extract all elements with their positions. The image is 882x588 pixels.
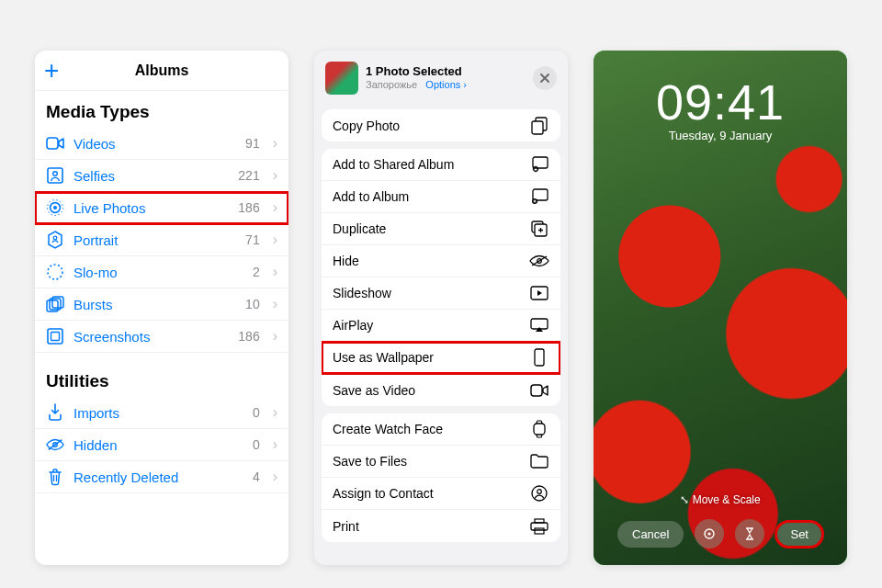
- action-label: Use as Wallpaper: [333, 350, 434, 365]
- action-label: Save as Video: [333, 383, 415, 398]
- copy-icon: [529, 117, 549, 135]
- action-duplicate[interactable]: Duplicate: [322, 213, 560, 245]
- action-assign-to-contact[interactable]: Assign to Contact: [322, 478, 560, 510]
- chevron-right-icon: ›: [273, 135, 277, 152]
- chevron-right-icon: ›: [273, 199, 277, 216]
- media-row-selfies[interactable]: Selfies221›: [35, 160, 288, 192]
- row-label: Screenshots: [74, 329, 229, 345]
- perspective-button[interactable]: [735, 519, 764, 548]
- imports-icon: [46, 403, 64, 422]
- chevron-right-icon: ›: [273, 436, 277, 453]
- share-sheet-header: 1 Photo Selected Запорожье Options ›: [322, 58, 560, 100]
- media-row-live-photos[interactable]: Live Photos186›: [35, 192, 288, 224]
- row-count: 186: [238, 200, 259, 215]
- row-label: Portrait: [74, 232, 236, 248]
- set-button[interactable]: Set: [775, 521, 823, 548]
- media-row-slo-mo[interactable]: Slo-mo2›: [35, 256, 288, 288]
- share-sheet-panel: 1 Photo Selected Запорожье Options › Cop…: [314, 51, 568, 565]
- action-label: Print: [333, 519, 359, 534]
- chevron-right-icon: ›: [273, 328, 277, 345]
- utilities-list: Imports0›Hidden0›Recently Deleted4›: [35, 397, 288, 493]
- action-label: Add to Shared Album: [333, 157, 454, 172]
- files-icon: [529, 454, 549, 469]
- slomo-icon: [46, 263, 64, 281]
- svg-rect-12: [51, 333, 60, 341]
- media-types-heading: Media Types: [35, 91, 288, 128]
- action-label: Add to Album: [333, 189, 409, 204]
- row-label: Recently Deleted: [74, 469, 243, 485]
- duplicate-icon: [529, 220, 549, 237]
- svg-point-32: [708, 532, 711, 535]
- action-add-to-shared-album[interactable]: Add to Shared Album: [322, 149, 560, 181]
- selfies-icon: [46, 167, 64, 184]
- slideshow-icon: [529, 286, 549, 300]
- utility-row-recently-deleted[interactable]: Recently Deleted4›: [35, 461, 288, 493]
- watchface-icon: [529, 420, 549, 438]
- action-label: Save to Files: [333, 454, 407, 469]
- lockscreen-date: Tuesday, 9 January: [594, 129, 847, 142]
- albums-title: Albums: [135, 62, 189, 79]
- row-count: 2: [253, 265, 260, 279]
- utility-row-hidden[interactable]: Hidden0›: [35, 429, 288, 461]
- cancel-button[interactable]: Cancel: [617, 521, 684, 548]
- wallpaper-preview-panel: 09:41 Tuesday, 9 January ⤡ Move & Scale …: [594, 51, 847, 565]
- svg-rect-11: [48, 329, 62, 344]
- row-label: Live Photos: [74, 200, 229, 216]
- action-print[interactable]: Print: [322, 510, 560, 542]
- row-count: 221: [238, 168, 259, 183]
- media-row-screenshots[interactable]: Screenshots186›: [35, 321, 288, 353]
- chevron-right-icon: ›: [273, 264, 277, 280]
- action-label: Duplicate: [333, 221, 386, 236]
- hourglass-icon: [743, 526, 756, 541]
- action-save-as-video[interactable]: Save as Video: [322, 374, 560, 406]
- add-album-button[interactable]: +: [44, 60, 59, 82]
- svg-rect-24: [531, 385, 542, 396]
- action-add-to-album[interactable]: Add to Album: [322, 181, 560, 213]
- action-use-as-wallpaper[interactable]: Use as Wallpaper: [322, 342, 560, 374]
- media-row-bursts[interactable]: Bursts10›: [35, 288, 288, 321]
- row-label: Videos: [74, 136, 236, 152]
- video-icon: [46, 137, 64, 150]
- action-create-watch-face[interactable]: Create Watch Face: [322, 413, 560, 446]
- action-airplay[interactable]: AirPlay: [322, 310, 560, 342]
- media-types-list: Videos91›Selfies221›Live Photos186›Portr…: [35, 128, 288, 353]
- action-label: Assign to Contact: [333, 486, 434, 501]
- action-label: Slideshow: [333, 286, 391, 300]
- media-row-portrait[interactable]: Portrait71›: [35, 224, 288, 256]
- wallpaper-toolbar: Cancel Set: [594, 519, 847, 548]
- close-button[interactable]: [533, 66, 557, 90]
- action-slideshow[interactable]: Slideshow: [322, 277, 560, 310]
- svg-rect-0: [47, 138, 58, 149]
- row-label: Slo-mo: [74, 265, 243, 280]
- utility-row-imports[interactable]: Imports0›: [35, 397, 288, 429]
- chevron-right-icon: ›: [273, 404, 277, 421]
- action-hide[interactable]: Hide: [322, 245, 560, 277]
- action-group: Create Watch FaceSave to FilesAssign to …: [322, 413, 560, 542]
- contact-icon: [529, 485, 549, 502]
- svg-point-6: [53, 236, 57, 240]
- chevron-right-icon: ›: [273, 167, 277, 184]
- action-copy-photo[interactable]: Copy Photo: [322, 109, 560, 141]
- share-thumbnail: [325, 62, 358, 95]
- media-row-videos[interactable]: Videos91›: [35, 128, 288, 160]
- svg-rect-30: [535, 528, 544, 534]
- action-label: Hide: [333, 254, 359, 268]
- row-count: 71: [245, 232, 260, 247]
- row-count: 91: [245, 136, 260, 151]
- screenshots-icon: [46, 328, 64, 345]
- action-save-to-files[interactable]: Save to Files: [322, 446, 560, 478]
- motion-toggle-button[interactable]: [695, 519, 724, 548]
- action-label: AirPlay: [333, 318, 373, 333]
- svg-rect-23: [535, 349, 544, 366]
- close-icon: [539, 73, 550, 84]
- hide-icon: [529, 254, 549, 267]
- lockscreen-clock: 09:41 Tuesday, 9 January: [594, 74, 847, 142]
- wallpaper-icon: [529, 348, 549, 367]
- share-title: 1 Photo Selected: [366, 64, 526, 79]
- print-icon: [529, 518, 549, 535]
- share-options-link[interactable]: Options ›: [420, 79, 467, 90]
- savevideo-icon: [529, 384, 549, 397]
- svg-rect-25: [534, 424, 545, 435]
- svg-point-4: [53, 206, 57, 209]
- portrait-icon: [46, 231, 64, 249]
